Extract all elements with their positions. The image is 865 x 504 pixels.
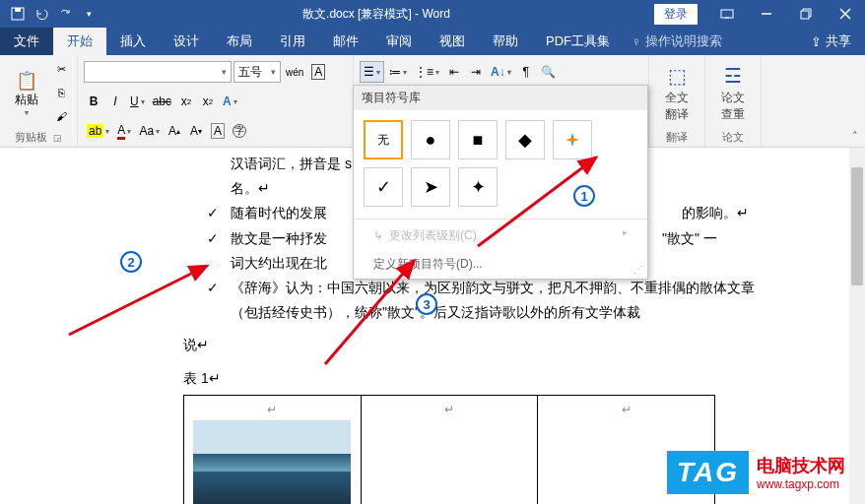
clear-formatting-button[interactable]: A [208, 120, 228, 142]
title-bar: ▾ 散文.docx [兼容模式] - Word 登录 [0, 0, 865, 28]
clipboard-launcher[interactable]: ◲ [53, 133, 62, 143]
square-icon: ■ [473, 130, 484, 151]
close-button[interactable] [826, 0, 865, 28]
asian-layout-button[interactable]: A↓ [488, 61, 514, 83]
tab-review[interactable]: 审阅 [372, 28, 426, 55]
thesis-icon: ☲ [724, 64, 742, 88]
strikethrough-button[interactable]: abc [150, 91, 174, 112]
undo-button[interactable] [32, 4, 51, 24]
ribbon-options-button[interactable] [707, 0, 747, 28]
show-marks-button[interactable]: ¶ [516, 61, 536, 83]
tell-me[interactable]: ♀ 操作说明搜索 [632, 28, 722, 55]
highlight-button[interactable]: ab [84, 120, 112, 142]
document-table[interactable]: ↵ ↵ ↵ [183, 395, 715, 504]
bold-button[interactable]: B [84, 91, 103, 112]
format-painter-button[interactable]: 🖌 [51, 106, 71, 126]
window-title: 散文.docx [兼容模式] - Word [99, 6, 654, 23]
bullet-arrow[interactable]: ➤ [411, 167, 450, 207]
find-button[interactable]: 🔍 [538, 61, 559, 83]
char-border-button[interactable]: A [308, 61, 328, 83]
watermark-tag: TAG [667, 451, 749, 494]
tab-home[interactable]: 开始 [53, 28, 106, 55]
group-clipboard: 📋 粘贴 ▾ ✂ ⎘ 🖌 剪贴板◲ [0, 55, 78, 147]
numbering-button[interactable]: ≔ [386, 61, 410, 83]
tab-design[interactable]: 设计 [160, 28, 213, 55]
text-line: 散文是一种抒发 [231, 230, 327, 246]
cut-button[interactable]: ✂ [51, 59, 71, 79]
increase-indent-button[interactable]: ⇥ [466, 61, 486, 83]
group-translate: ⬚ 全文 翻译 翻译 [649, 55, 705, 147]
paste-button[interactable]: 📋 粘贴 ▾ [6, 59, 47, 128]
four-diamond-icon [564, 131, 581, 149]
svg-marker-8 [566, 138, 579, 142]
tab-help[interactable]: 帮助 [479, 28, 532, 55]
font-size-combo[interactable]: 五号▾ [233, 61, 281, 83]
italic-button[interactable]: I [105, 91, 125, 112]
phonetic-label: wén [286, 67, 303, 78]
tell-me-label: 操作说明搜索 [645, 32, 722, 50]
char-shading-button[interactable]: Aa [136, 120, 163, 142]
redo-button[interactable] [55, 4, 75, 24]
image-placeholder[interactable] [193, 420, 351, 504]
qat-more-button[interactable]: ▾ [79, 4, 99, 24]
superscript-button[interactable]: x2 [198, 91, 218, 112]
phonetic-guide-button[interactable]: wén [283, 61, 306, 83]
tab-insert[interactable]: 插入 [106, 28, 160, 55]
cell-return: ↵ [622, 403, 632, 416]
grow-font-button[interactable]: A▴ [165, 120, 184, 142]
bullet-none-label: 无 [377, 132, 389, 149]
scrollbar-thumb[interactable] [851, 167, 863, 285]
check-bullet-icon: ✓ [207, 201, 231, 225]
magnifier-icon: 🔍 [541, 65, 556, 79]
collapse-ribbon-button[interactable]: ˄ [845, 55, 865, 147]
table-cell[interactable]: ↵ [184, 395, 362, 504]
arrowhead-icon: ➤ [424, 176, 438, 198]
vertical-scrollbar[interactable] [849, 148, 865, 504]
bullet-square[interactable]: ■ [458, 120, 498, 159]
font-color-button[interactable]: A [114, 120, 134, 142]
thesis-group-label: 论文 [722, 130, 744, 145]
table-row: ↵ ↵ ↵ [184, 395, 715, 504]
tab-view[interactable]: 视图 [426, 28, 479, 55]
tab-references[interactable]: 引用 [266, 28, 319, 55]
enclose-char-button[interactable]: 字 [230, 120, 249, 142]
multilevel-button[interactable]: ⋮≡ [412, 61, 442, 83]
text-line: 名。↵ [231, 180, 270, 196]
share-button[interactable]: ⇪ 共享 [797, 28, 865, 55]
bullet-none[interactable]: 无 [364, 120, 403, 159]
bullets-button[interactable]: ☰ [360, 61, 384, 83]
quick-access-toolbar: ▾ [0, 4, 99, 24]
tab-layout[interactable]: 布局 [213, 28, 266, 55]
group-font: ▾ 五号▾ wén A B I U abc x2 x2 A ab A Aa A▴… [78, 55, 354, 147]
font-name-combo[interactable]: ▾ [84, 61, 232, 83]
clipboard-icon: 📋 [16, 70, 37, 92]
thesis-check-button[interactable]: ☲ 论文 查重 [711, 59, 755, 128]
copy-button[interactable]: ⎘ [51, 83, 71, 102]
text-effects-button[interactable]: A [220, 91, 240, 112]
underline-button[interactable]: U [127, 91, 148, 112]
table-cell[interactable]: ↵ [361, 395, 538, 504]
define-new-bullet[interactable]: 定义新项目符号(D)... [354, 250, 647, 279]
shrink-font-button[interactable]: A▾ [186, 120, 206, 142]
minimize-button[interactable] [747, 0, 786, 28]
disc-icon: ● [426, 130, 436, 151]
share-icon: ⇪ [811, 34, 822, 49]
diamond-icon: ◆ [518, 129, 532, 151]
tab-file[interactable]: 文件 [0, 28, 53, 55]
subscript-button[interactable]: x2 [176, 91, 196, 112]
tab-pdf[interactable]: PDF工具集 [532, 28, 624, 55]
autosave-icon[interactable] [8, 4, 28, 24]
bullet-disc[interactable]: ● [411, 120, 450, 159]
check-bullet-icon: ✓ [207, 226, 231, 251]
full-translate-button[interactable]: ⬚ 全文 翻译 [655, 59, 699, 128]
bullet-4diamond[interactable] [553, 120, 592, 159]
bullet-check[interactable]: ✓ [364, 167, 403, 207]
login-button[interactable]: 登录 [654, 4, 698, 25]
restore-button[interactable] [786, 0, 826, 28]
tab-mailings[interactable]: 邮件 [319, 28, 372, 55]
decrease-indent-button[interactable]: ⇤ [444, 61, 464, 83]
bullet-diamond[interactable]: ◆ [505, 120, 545, 159]
bullet-sparkle[interactable]: ✦ [458, 167, 498, 207]
text-line: 随着时代的发展 [231, 205, 327, 220]
resize-handle-icon[interactable]: ⋰ [633, 264, 643, 275]
